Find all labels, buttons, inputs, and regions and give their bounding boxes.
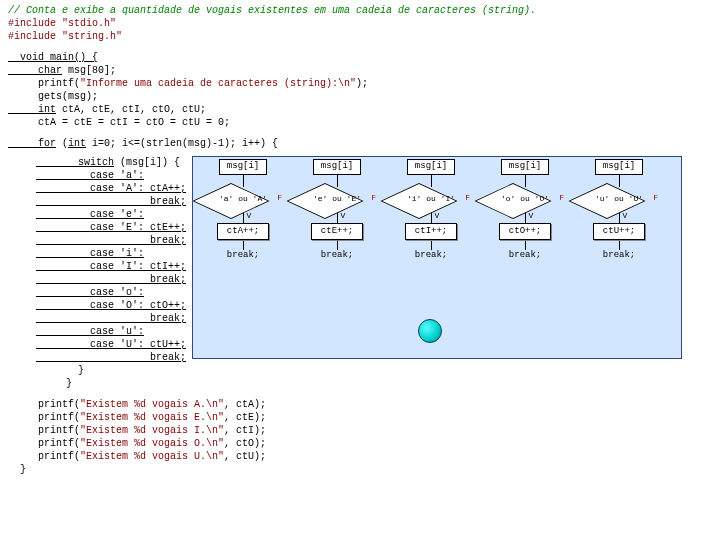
close-brace: } [8, 463, 712, 476]
flow-msg-box: msg[i] [501, 159, 549, 175]
printf-prompt: printf("Informe uma cadeia de caracteres… [8, 77, 712, 90]
include-1: #include "stdio.h" [8, 17, 712, 30]
flow-msg-box: msg[i] [595, 159, 643, 175]
main-decl: void main() { [8, 51, 712, 64]
flow-break-label: break; [293, 250, 381, 262]
flow-branch: msg[i]'u' ou 'U'FVctU++;break; [575, 159, 663, 262]
comment-line: // Conta e exibe a quantidade de vogais … [8, 4, 712, 17]
flow-break-label: break; [575, 250, 663, 262]
flowchart-panel: msg[i]'a' ou 'A'FVctA++;break;msg[i]'e' … [192, 156, 682, 359]
flow-branch: msg[i]'e' ou 'E'FVctE++;break; [293, 159, 381, 262]
printf-o: printf("Existem %d vogais O.\n", ctO); [8, 437, 712, 450]
flow-break-label: break; [481, 250, 569, 262]
flow-decision: 'o' ou 'O'F [490, 187, 560, 213]
flow-branch: msg[i]'i' ou 'I'FVctI++;break; [387, 159, 475, 262]
flow-msg-box: msg[i] [313, 159, 361, 175]
flow-decision: 'e' ou 'E'F [302, 187, 372, 213]
for-line: for (int i=0; i<=(strlen(msg)-1); i++) { [8, 137, 712, 150]
include-2: #include "string.h" [8, 30, 712, 43]
flow-action-box: ctE++; [311, 223, 363, 241]
printf-e: printf("Existem %d vogais E.\n", ctE); [8, 411, 712, 424]
flow-break-label: break; [199, 250, 287, 262]
flow-decision: 'u' ou 'U'F [584, 187, 654, 213]
flow-msg-box: msg[i] [407, 159, 455, 175]
flow-decision: 'i' ou 'I'F [396, 187, 466, 213]
flow-action-box: ctI++; [405, 223, 457, 241]
decl-msg: char msg[80]; [8, 64, 712, 77]
merge-node-icon [418, 319, 442, 343]
printf-a: printf("Existem %d vogais A.\n", ctA); [8, 398, 712, 411]
flow-branch: msg[i]'o' ou 'O'FVctO++;break; [481, 159, 569, 262]
flow-decision: 'a' ou 'A'F [208, 187, 278, 213]
printf-i: printf("Existem %d vogais I.\n", ctI); [8, 424, 712, 437]
gets-line: gets(msg); [8, 90, 712, 103]
printf-u: printf("Existem %d vogais U.\n", ctU); [8, 450, 712, 463]
flow-action-box: ctO++; [499, 223, 551, 241]
code-and-flowchart: switch (msg[i]) { case 'a': case 'A': ct… [8, 156, 712, 390]
decl-counters: int ctA, ctE, ctI, ctO, ctU; [8, 103, 712, 116]
switch-block: switch (msg[i]) { case 'a': case 'A': ct… [8, 156, 186, 390]
init-counters: ctA = ctE = ctI = ctO = ctU = 0; [8, 116, 712, 129]
flow-action-box: ctA++; [217, 223, 269, 241]
flow-msg-box: msg[i] [219, 159, 267, 175]
flow-break-label: break; [387, 250, 475, 262]
flow-branch: msg[i]'a' ou 'A'FVctA++;break; [199, 159, 287, 262]
flow-action-box: ctU++; [593, 223, 645, 241]
